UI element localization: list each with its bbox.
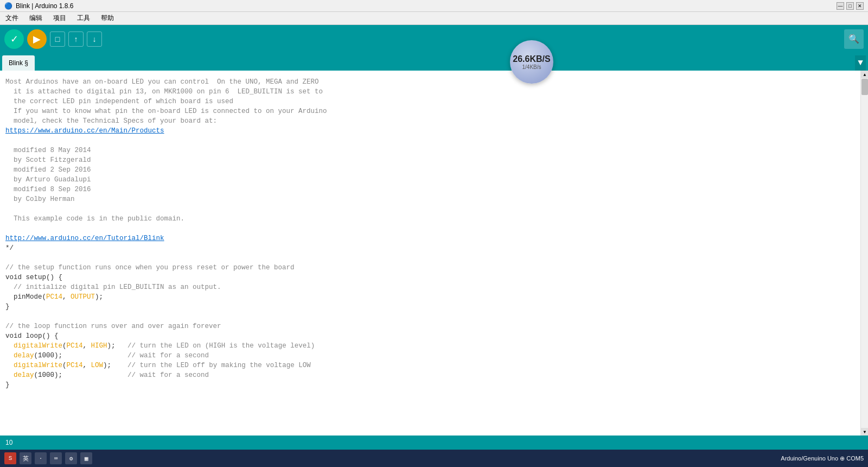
menu-tools[interactable]: 工具 xyxy=(75,12,92,24)
maximize-button[interactable]: □ xyxy=(846,2,854,10)
link-products[interactable]: https://www.arduino.cc/en/Main/Products xyxy=(5,127,164,135)
code-content: Most Arduinos have an on-board LED you c… xyxy=(0,75,868,392)
open-button[interactable]: ↑ xyxy=(68,31,84,47)
minimize-button[interactable]: — xyxy=(837,2,844,10)
menu-project[interactable]: 项目 xyxy=(51,12,68,24)
status-bar: 10 xyxy=(0,436,868,450)
title-bar-controls: — □ ✕ xyxy=(837,2,864,10)
editor-area: Most Arduinos have an on-board LED you c… xyxy=(0,71,868,436)
line-number: 10 xyxy=(0,436,18,450)
tab-dropdown-button[interactable]: ▼ xyxy=(855,55,866,71)
taskbar-icon-dots[interactable]: · xyxy=(35,452,47,464)
menu-help[interactable]: 帮助 xyxy=(99,12,116,24)
tab-label: Blink § xyxy=(9,59,28,67)
new-button[interactable]: □ xyxy=(50,31,65,47)
search-icon[interactable]: 🔍 xyxy=(844,29,864,49)
upload-speed: 26.6KB/S xyxy=(513,54,550,64)
taskbar: S 英 · ⌨ ⚙ ▦ Arduino/Genuino Uno ⊕ COM5 xyxy=(0,450,868,467)
board-info: Arduino/Genuino Uno ⊕ COM5 xyxy=(781,455,864,462)
save-button[interactable]: ↓ xyxy=(87,31,102,47)
vertical-scrollbar[interactable]: ▲ ▼ xyxy=(860,71,868,436)
window-title: Blink | Arduino 1.8.6 xyxy=(16,2,74,10)
scroll-up-button[interactable]: ▲ xyxy=(861,71,868,78)
link-tutorial[interactable]: http://www.arduino.cc/en/Tutorial/Blink xyxy=(5,235,164,242)
title-bar: 🔵 Blink | Arduino 1.8.6 — □ ✕ xyxy=(0,0,868,12)
upload-button[interactable]: ▶ xyxy=(27,29,47,49)
menu-edit[interactable]: 编辑 xyxy=(27,12,44,24)
menu-file[interactable]: 文件 xyxy=(3,12,21,24)
menu-bar: 文件 编辑 项目 工具 帮助 xyxy=(0,12,868,25)
taskbar-icon-grid[interactable]: ▦ xyxy=(80,452,92,464)
taskbar-icon-network[interactable]: 英 xyxy=(20,452,31,464)
taskbar-icon-keyboard[interactable]: ⌨ xyxy=(50,452,62,464)
verify-button[interactable]: ✓ xyxy=(4,29,24,49)
scroll-down-button[interactable]: ▼ xyxy=(861,428,868,436)
taskbar-icon-settings[interactable]: ⚙ xyxy=(65,452,77,464)
upload-percent: 1/4KB/s xyxy=(522,64,541,70)
app-icon: 🔵 xyxy=(4,2,12,10)
scroll-thumb[interactable] xyxy=(861,79,868,95)
close-button[interactable]: ✕ xyxy=(856,2,864,10)
tab-blink[interactable]: Blink § xyxy=(2,55,35,71)
taskbar-app-icon[interactable]: S xyxy=(4,452,16,464)
title-bar-left: 🔵 Blink | Arduino 1.8.6 xyxy=(4,2,74,10)
upload-progress-circle: 26.6KB/S 1/4KB/s xyxy=(510,40,553,84)
tab-bar: Blink § ▼ xyxy=(0,53,868,71)
toolbar: ✓ ▶ □ ↑ ↓ 🔍 xyxy=(0,25,868,53)
